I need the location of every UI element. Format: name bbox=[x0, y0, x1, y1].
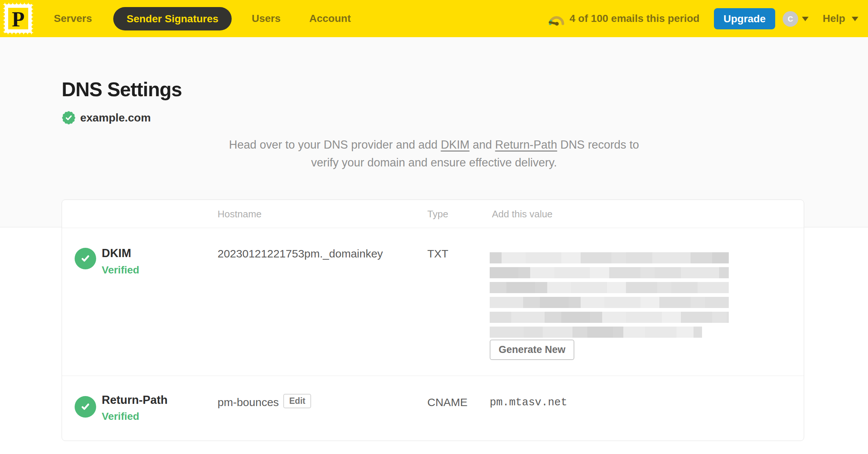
column-header-value: Add this value bbox=[492, 200, 552, 228]
return-path-link[interactable]: Return-Path bbox=[495, 138, 557, 151]
description-part: Head over to your DNS provider and add bbox=[229, 138, 441, 151]
app-frame: P Servers Sender Signatures Users Accoun… bbox=[0, 0, 868, 454]
record-type: CNAME bbox=[427, 396, 467, 409]
avatar-chevron-down-icon[interactable] bbox=[802, 17, 809, 21]
record-value: pm.mtasv.net bbox=[490, 396, 567, 409]
hero-section: DNS Settings example.com Head over to yo… bbox=[0, 37, 868, 227]
record-name: DKIM bbox=[102, 247, 131, 260]
status-badge: Verified bbox=[102, 411, 139, 422]
usage-meter[interactable]: 4 of 100 emails this period bbox=[548, 0, 699, 37]
verified-check-icon bbox=[75, 396, 96, 418]
help-chevron-down-icon[interactable] bbox=[852, 17, 858, 21]
column-header-hostname: Hostname bbox=[218, 200, 262, 228]
help-menu[interactable]: Help bbox=[823, 0, 845, 37]
verified-domain: example.com bbox=[62, 111, 151, 125]
verified-check-icon bbox=[75, 248, 96, 269]
verified-badge-icon bbox=[62, 111, 76, 125]
description-part: verify your domain and ensure effective … bbox=[311, 156, 557, 169]
record-hostname: pm-bounces bbox=[218, 396, 279, 409]
edit-button[interactable]: Edit bbox=[283, 394, 311, 408]
record-type: TXT bbox=[427, 247, 448, 260]
domain-name: example.com bbox=[80, 111, 151, 124]
record-hostname: 20230121221753pm._domainkey bbox=[218, 247, 383, 260]
description-part: DNS records to bbox=[557, 138, 639, 151]
redacted-value-bar bbox=[490, 312, 729, 323]
table-header-row: Hostname Type Add this value bbox=[62, 200, 804, 228]
nav-item-label: Sender Signatures bbox=[127, 13, 218, 25]
description-part: and bbox=[470, 138, 495, 151]
redacted-value-bar bbox=[490, 252, 729, 263]
table-row-return-path: Return-Path Verified pm-bounces Edit CNA… bbox=[62, 376, 804, 441]
dns-records-card: Hostname Type Add this value DKIM Verifi… bbox=[62, 200, 804, 441]
redacted-value-bar bbox=[490, 327, 702, 338]
redacted-value-bar bbox=[490, 282, 729, 293]
usage-text: 4 of 100 emails this period bbox=[570, 13, 699, 25]
upgrade-button[interactable]: Upgrade bbox=[714, 8, 775, 29]
nav-item-sender-signatures[interactable]: Sender Signatures bbox=[113, 7, 232, 30]
page-title: DNS Settings bbox=[62, 78, 182, 101]
column-header-type: Type bbox=[427, 200, 448, 228]
postmark-logo-icon[interactable]: P bbox=[3, 3, 33, 35]
generate-new-button[interactable]: Generate New bbox=[490, 340, 574, 360]
logo-letter: P bbox=[12, 8, 25, 31]
status-badge: Verified bbox=[102, 264, 139, 276]
redacted-value-bar bbox=[490, 267, 729, 278]
gauge-icon bbox=[548, 13, 565, 26]
nav-item-users[interactable]: Users bbox=[252, 0, 281, 37]
nav-item-servers[interactable]: Servers bbox=[54, 0, 92, 37]
record-name: Return-Path bbox=[102, 393, 167, 407]
top-nav: P Servers Sender Signatures Users Accoun… bbox=[0, 0, 868, 37]
table-row-dkim: DKIM Verified 20230121221753pm._domainke… bbox=[62, 228, 804, 376]
avatar[interactable]: C bbox=[783, 11, 798, 27]
redacted-value bbox=[490, 252, 729, 341]
nav-item-account[interactable]: Account bbox=[309, 0, 351, 37]
description-text: Head over to your DNS provider and add D… bbox=[0, 136, 868, 172]
dkim-link[interactable]: DKIM bbox=[441, 138, 470, 151]
redacted-value-bar bbox=[490, 297, 729, 308]
